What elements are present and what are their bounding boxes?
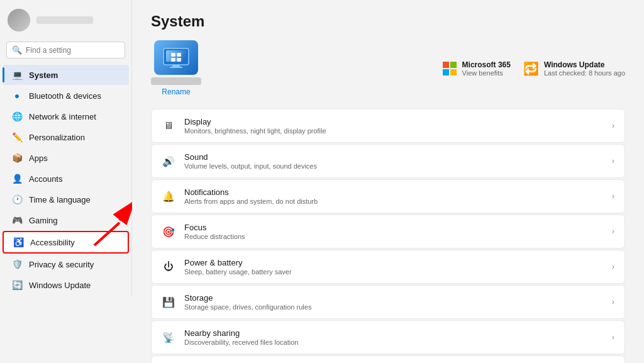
sidebar-item-bluetooth[interactable]: ● Bluetooth & devices — [3, 86, 129, 106]
page-title: System — [151, 13, 625, 30]
sidebar-item-label: Accounts — [29, 174, 62, 184]
rename-button[interactable]: Rename — [162, 87, 190, 96]
notifications-sub: Alerts from apps and system, do not dist… — [184, 198, 603, 205]
notifications-title: Notifications — [184, 187, 603, 197]
sound-sub: Volume levels, output, input, sound devi… — [184, 162, 603, 170]
sidebar: 🔍 💻 System ● Bluetooth & devices 🌐 — [0, 0, 132, 296]
focus-text: Focus Reduce distractions — [184, 223, 603, 240]
sidebar-item-winupdate[interactable]: 🔄 Windows Update — [3, 275, 129, 295]
svg-rect-10 — [172, 65, 180, 67]
sidebar-item-accounts[interactable]: 👤 Accounts — [3, 169, 129, 189]
svg-rect-9 — [177, 58, 181, 62]
nearby-sub: Discoverability, received files location — [184, 338, 603, 346]
svg-rect-12 — [443, 62, 449, 68]
privacy-icon: 🛡️ — [11, 259, 23, 270]
svg-rect-8 — [171, 58, 175, 62]
svg-rect-14 — [443, 69, 449, 75]
focus-sub: Reduce distractions — [184, 233, 603, 240]
nearby-icon: 📡 — [162, 330, 175, 344]
display-chevron: › — [612, 121, 614, 130]
sound-text: Sound Volume levels, output, input, soun… — [184, 152, 603, 170]
settings-item-storage[interactable]: 💾 Storage Storage space, drives, configu… — [151, 285, 625, 319]
svg-rect-7 — [177, 53, 181, 57]
pc-name-placeholder — [151, 77, 201, 85]
system-icon: 💻 — [11, 69, 23, 81]
sidebar-item-accessibility[interactable]: ♿ Accessibility — [3, 231, 129, 254]
ms365-texts: Microsoft 365 View benefits — [462, 60, 511, 77]
focus-chevron: › — [612, 227, 614, 236]
sidebar-item-network[interactable]: 🌐 Network & internet — [3, 106, 129, 126]
winupdate-sub: Last checked: 8 hours ago — [544, 69, 625, 77]
sidebar-item-time[interactable]: 🕐 Time & language — [3, 189, 129, 209]
storage-icon: 💾 — [162, 295, 175, 309]
storage-title: Storage — [184, 293, 603, 303]
ms365-button[interactable]: Microsoft 365 View benefits — [442, 60, 511, 77]
accounts-icon: 👤 — [11, 173, 23, 184]
power-sub: Sleep, battery usage, battery saver — [184, 268, 603, 276]
winupdate-header-button[interactable]: 🔁 Windows Update Last checked: 8 hours a… — [523, 60, 625, 77]
svg-rect-11 — [170, 67, 182, 68]
winupdate-header-icon: 🔁 — [523, 61, 539, 76]
display-icon: 🖥 — [162, 119, 175, 133]
sidebar-item-label: System — [29, 70, 58, 80]
sidebar-item-label: Windows Update — [29, 281, 91, 290]
header-actions: Microsoft 365 View benefits 🔁 Windows Up… — [442, 60, 625, 77]
settings-item-notifications[interactable]: 🔔 Notifications Alerts from apps and sys… — [151, 179, 625, 213]
notifications-chevron: › — [612, 192, 614, 201]
time-icon: 🕐 — [11, 194, 23, 205]
sidebar-item-label: Privacy & security — [29, 260, 94, 269]
settings-item-sound[interactable]: 🔊 Sound Volume levels, output, input, so… — [151, 144, 625, 178]
accessibility-icon: ♿ — [13, 237, 24, 248]
storage-chevron: › — [612, 298, 614, 306]
ms365-sub: View benefits — [462, 69, 511, 77]
focus-title: Focus — [184, 223, 603, 232]
settings-item-multitasking[interactable]: ⬜ Multitasking Snap windows, desktops, t… — [151, 355, 625, 363]
main-content: System — [132, 0, 644, 363]
sidebar-item-label: Time & language — [29, 195, 91, 204]
nearby-chevron: › — [612, 333, 614, 342]
search-icon: 🔍 — [12, 45, 22, 55]
sidebar-item-system[interactable]: 💻 System — [3, 65, 129, 85]
sound-icon: 🔊 — [162, 154, 175, 168]
pc-icon — [154, 40, 198, 75]
notifications-icon: 🔔 — [162, 189, 175, 203]
personalization-icon: ✏️ — [11, 131, 23, 143]
winupdate-icon: 🔄 — [11, 279, 23, 291]
sidebar-item-privacy[interactable]: 🛡️ Privacy & security — [3, 254, 129, 274]
network-icon: 🌐 — [11, 111, 23, 122]
search-box[interactable]: 🔍 — [6, 42, 125, 59]
sound-title: Sound — [184, 152, 603, 162]
notifications-text: Notifications Alerts from apps and syste… — [184, 187, 603, 205]
sidebar-item-gaming[interactable]: 🎮 Gaming — [3, 210, 129, 230]
system-header: Rename Microsoft 365 — [151, 40, 625, 96]
sidebar-item-label: Network & internet — [29, 112, 96, 121]
settings-item-nearby[interactable]: 📡 Nearby sharing Discoverability, receiv… — [151, 320, 625, 354]
ms365-icon — [442, 61, 457, 76]
sound-chevron: › — [612, 157, 614, 165]
power-text: Power & battery Sleep, battery usage, ba… — [184, 258, 603, 276]
svg-rect-6 — [171, 53, 175, 57]
ms365-title: Microsoft 365 — [462, 60, 511, 69]
display-title: Display — [184, 117, 603, 126]
sidebar-profile — [0, 0, 131, 38]
bluetooth-icon: ● — [11, 90, 23, 101]
nearby-title: Nearby sharing — [184, 328, 603, 338]
nearby-text: Nearby sharing Discoverability, received… — [184, 328, 603, 346]
svg-rect-15 — [450, 69, 457, 75]
sidebar-item-label: Accessibility — [30, 238, 75, 247]
search-input[interactable] — [26, 46, 119, 55]
sidebar-item-label: Bluetooth & devices — [29, 91, 101, 101]
svg-rect-13 — [450, 62, 457, 68]
sidebar-item-apps[interactable]: 📦 Apps — [3, 148, 129, 168]
sidebar-item-label: Gaming — [29, 216, 58, 225]
settings-item-power[interactable]: ⏻ Power & battery Sleep, battery usage, … — [151, 250, 625, 284]
settings-item-display[interactable]: 🖥 Display Monitors, brightness, night li… — [151, 109, 625, 143]
settings-list: 🖥 Display Monitors, brightness, night li… — [151, 109, 625, 363]
apps-icon: 📦 — [11, 152, 23, 164]
sidebar-item-personalization[interactable]: ✏️ Personalization — [3, 127, 129, 147]
settings-item-focus[interactable]: 🎯 Focus Reduce distractions › — [151, 215, 625, 249]
power-title: Power & battery — [184, 258, 603, 267]
display-text: Display Monitors, brightness, night ligh… — [184, 117, 603, 135]
power-chevron: › — [612, 262, 614, 271]
winupdate-title: Windows Update — [544, 60, 625, 69]
